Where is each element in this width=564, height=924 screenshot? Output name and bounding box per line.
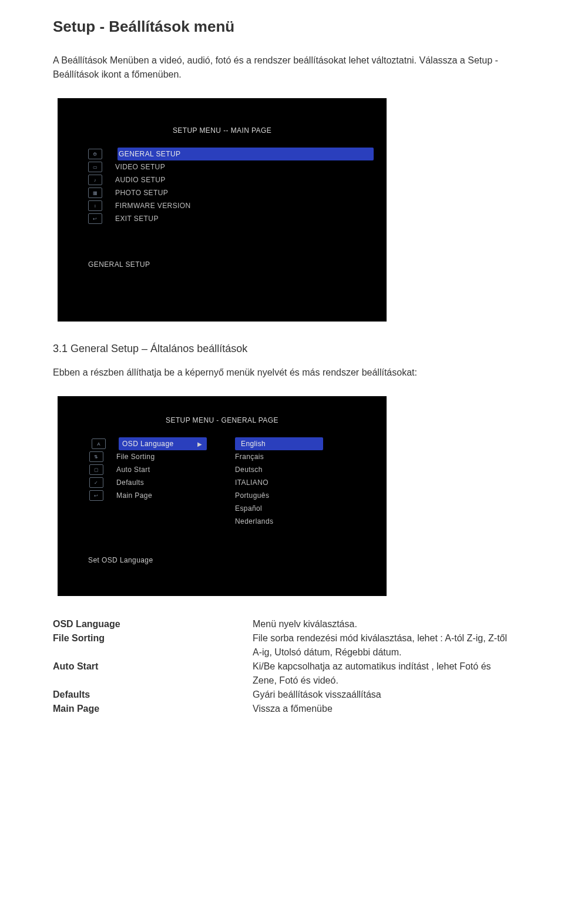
setting-item-label: Main Page	[116, 491, 207, 500]
setting-item: ⇅File Sorting	[119, 450, 207, 463]
menu-item-icon: ↩	[88, 213, 102, 224]
menu-item-label: EXIT SETUP	[115, 215, 221, 223]
menu-item: ▦PHOTO SETUP	[118, 186, 374, 199]
definition-desc: Ki/Be kapcsolhatja az automatikus indítá…	[253, 659, 511, 688]
definition-term: Auto Start	[53, 659, 176, 688]
definition-term: File Sorting	[53, 631, 176, 659]
option-item: English	[235, 437, 323, 450]
menu-item: ▭VIDEO SETUP	[118, 160, 374, 173]
setting-item-label: File Sorting	[116, 453, 207, 461]
setting-item-label: Defaults	[116, 478, 207, 487]
osd-title: SETUP MENU -- MAIN PAGE	[70, 126, 374, 135]
section-paragraph: Ebben a részben állíthatja be a képernyő…	[53, 366, 511, 380]
setting-item-icon: ⇅	[89, 451, 103, 462]
definition-term: Defaults	[53, 688, 176, 702]
setup-main-screenshot: SETUP MENU -- MAIN PAGE ⚙GENERAL SETUP▭V…	[58, 98, 387, 322]
setting-item: ▢Auto Start	[119, 463, 207, 476]
setting-item-icon: A	[92, 438, 106, 449]
option-label: Español	[235, 504, 323, 513]
setting-item-label: OSD Language	[119, 440, 197, 448]
option-item: ITALIANO	[235, 476, 323, 489]
osd-title: SETUP MENU - GENERAL PAGE	[70, 416, 374, 424]
option-label: Deutsch	[235, 466, 323, 474]
option-item: Português	[235, 489, 323, 502]
option-item: Español	[235, 502, 323, 515]
setting-item-icon: ▢	[89, 464, 103, 475]
option-label: English	[237, 440, 321, 448]
osd-footer: GENERAL SETUP	[70, 260, 374, 269]
setting-item: AOSD Language▶	[119, 437, 207, 450]
option-item: Nederlands	[235, 515, 323, 528]
chevron-right-icon: ▶	[197, 441, 204, 447]
setting-item: ✓Defaults	[119, 476, 207, 489]
option-item: Français	[235, 450, 323, 463]
intro-paragraph: A Beállítások Menüben a videó, audió, fo…	[53, 53, 511, 82]
menu-item: iFIRMWARE VERSION	[118, 199, 374, 212]
menu-item-icon: ⚙	[88, 149, 102, 159]
definition-desc: File sorba rendezési mód kiválasztása, l…	[253, 631, 511, 659]
option-label: Nederlands	[235, 517, 323, 525]
definition-desc: Vissza a főmenübe	[253, 702, 511, 716]
menu-item-label: AUDIO SETUP	[115, 176, 221, 184]
option-label: Português	[235, 491, 323, 500]
option-label: ITALIANO	[235, 478, 323, 487]
section-heading: 3.1 General Setup – Általános beállításo…	[53, 343, 511, 355]
definition-desc: Gyári beállítások visszaállítása	[253, 688, 511, 702]
menu-item: ♪AUDIO SETUP	[118, 173, 374, 186]
menu-item-icon: ♪	[88, 175, 102, 185]
definition-term: OSD Language	[53, 617, 176, 631]
page-title: Setup - Beállítások menü	[53, 18, 511, 36]
menu-item: ↩EXIT SETUP	[118, 212, 374, 225]
setting-item-label: Auto Start	[116, 466, 207, 474]
menu-item-label: GENERAL SETUP	[115, 150, 374, 158]
menu-item-label: PHOTO SETUP	[115, 189, 221, 197]
definition-term: Main Page	[53, 702, 176, 716]
osd-footer: Set OSD Language	[70, 556, 374, 564]
option-item: Deutsch	[235, 463, 323, 476]
menu-item-label: VIDEO SETUP	[115, 163, 221, 171]
option-label: Français	[235, 453, 323, 461]
menu-item-icon: i	[88, 200, 102, 211]
general-setup-screenshot: SETUP MENU - GENERAL PAGE AOSD Language▶…	[58, 396, 387, 596]
menu-item-icon: ▭	[88, 162, 102, 172]
setting-item: ↩Main Page	[119, 489, 207, 502]
setting-item-icon: ✓	[89, 477, 103, 488]
menu-item: ⚙GENERAL SETUP	[118, 148, 374, 160]
definition-desc: Menü nyelv kiválasztása.	[253, 617, 511, 631]
setting-item-icon: ↩	[89, 490, 103, 501]
menu-item-icon: ▦	[88, 188, 102, 198]
menu-item-label: FIRMWARE VERSION	[115, 202, 221, 210]
